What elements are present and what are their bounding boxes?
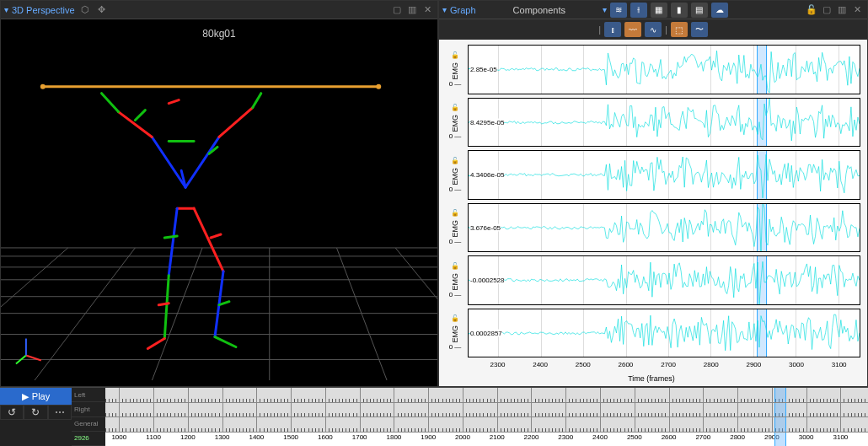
more-button[interactable]: ⋯ [48, 405, 72, 420]
emg-plot[interactable]: 3.676e-05 [468, 203, 860, 253]
ruler-tick: 3000 [799, 433, 814, 441]
ruler-tick: 1600 [318, 433, 333, 441]
emg-plot[interactable]: 8.4295e-05 [468, 98, 860, 148]
svg-point-16 [376, 84, 381, 89]
divider-icon: | [598, 24, 601, 35]
tool-btn-5[interactable]: ▤ [691, 3, 708, 18]
maximize-icon[interactable]: ▢ [820, 3, 833, 17]
timeline-cursor[interactable] [774, 417, 786, 432]
timeline-cursor[interactable] [774, 388, 786, 402]
tool-btn-1[interactable]: ≋ [610, 3, 627, 18]
svg-line-29 [194, 208, 223, 271]
graph-tool-1[interactable]: ⫾ [604, 22, 621, 37]
collapse-icon[interactable]: ▾ [442, 5, 447, 14]
emg-channel-label: EMG [451, 220, 459, 238]
components-dropdown[interactable]: Components [513, 5, 565, 15]
close-icon[interactable]: ✕ [421, 3, 434, 17]
maximize-icon[interactable]: ▢ [390, 3, 404, 17]
emg-plot[interactable]: -0.0002528 [468, 255, 860, 305]
ruler-tick: 1700 [352, 433, 367, 441]
graph-tool-4[interactable]: ⬚ [671, 22, 688, 37]
ruler-tick: 2800 [730, 433, 745, 441]
emg-channel-row: 🔓EMG0 —2.85e-05 [442, 43, 860, 96]
ruler-tick: 2400 [592, 433, 608, 441]
ruler-tick: 1500 [283, 433, 298, 441]
graph-tool-3[interactable]: ∿ [645, 22, 662, 37]
loop-back-button[interactable]: ↺ [0, 405, 24, 420]
lock-icon[interactable]: 🔓 [805, 3, 818, 17]
side-label-right[interactable]: Right [72, 402, 105, 416]
ruler-tick: 1000 [111, 433, 126, 441]
lock-icon[interactable]: 🔓 [451, 51, 459, 59]
svg-point-15 [40, 84, 46, 89]
lock-icon[interactable]: 🔓 [451, 314, 459, 322]
emg-channel-label: EMG [451, 168, 459, 185]
timeline-area[interactable]: 1000110012001300140015001600170018001900… [105, 388, 868, 446]
tool-btn-4[interactable]: ▮ [671, 3, 688, 18]
graph-tool-2[interactable]: 〰 [624, 22, 641, 37]
emg-channel-row: 🔓EMG0 —-0.0002528 [442, 254, 860, 307]
lock-icon[interactable]: 🔓 [451, 209, 459, 217]
orbit-tool-icon[interactable]: ⬡ [78, 3, 92, 17]
emg-channel-label: EMG [451, 273, 459, 291]
x-axis-label: Time (frames) [628, 374, 675, 383]
x-tick-label: 2400 [533, 361, 548, 368]
side-label-general[interactable]: General [72, 417, 105, 432]
ruler-tick: 3100 [833, 433, 848, 441]
3d-panel-header: ▾ 3D Perspective ⬡ ✥ ▢ ▥ ✕ [1, 1, 437, 19]
tool-btn-3[interactable]: ▦ [651, 3, 667, 18]
x-tick-label: 2600 [619, 361, 634, 368]
emg-plot[interactable]: 2.85e-05 [468, 45, 860, 94]
emg-y-value: 4.3406e-05 [470, 171, 504, 179]
ruler-tick: 2600 [662, 433, 677, 441]
lock-icon[interactable]: 🔓 [451, 262, 459, 270]
svg-line-12 [336, 248, 387, 380]
emg-channel-row: 🔓EMG0 —8.4295e-05 [442, 96, 860, 149]
timeline-cursor[interactable] [774, 403, 786, 417]
3d-perspective-panel: ▾ 3D Perspective ⬡ ✥ ▢ ▥ ✕ 80kg01 [0, 0, 438, 387]
emg-plot[interactable]: 4.3406e-05 [468, 150, 860, 200]
svg-line-20 [185, 137, 219, 187]
side-label-left[interactable]: Left [72, 388, 105, 402]
emg-plot[interactable]: 0.0002857 [468, 309, 860, 358]
emg-y-value: 3.676e-05 [470, 223, 501, 231]
graph-tool-5[interactable]: 〜 [691, 22, 708, 37]
svg-line-22 [253, 94, 261, 108]
timeline-ruler[interactable]: 1000110012001300140015001600170018001900… [105, 433, 868, 446]
lock-icon[interactable]: 🔓 [451, 104, 459, 111]
emg-y-value: -0.0002528 [470, 277, 504, 284]
emg-channel-label: EMG [451, 325, 459, 343]
timeline-track-right[interactable] [105, 403, 868, 418]
emg-y-value: 0.0002857 [470, 329, 502, 336]
current-frame-display: 2926 [72, 432, 105, 446]
graph-toolbar: | ⫾ 〰 ∿ | ⬚ 〜 [439, 19, 867, 40]
loop-fwd-button[interactable]: ↻ [24, 405, 47, 420]
emg-y-value: 8.4295e-05 [470, 118, 504, 126]
x-tick-label: 2700 [661, 361, 676, 368]
svg-line-9 [35, 248, 136, 380]
svg-line-17 [152, 137, 185, 187]
ruler-tick: 1800 [387, 433, 402, 441]
timeline-track-general[interactable] [105, 417, 868, 433]
play-button[interactable]: ▶ Play [0, 388, 72, 405]
ruler-tick: 1400 [249, 433, 264, 441]
tool-btn-6[interactable]: ☁ [711, 3, 728, 18]
chevron-down-icon[interactable]: ▾ [603, 5, 607, 14]
move-tool-icon[interactable]: ✥ [95, 3, 109, 17]
lock-icon[interactable]: 🔓 [451, 157, 459, 164]
svg-line-10 [152, 248, 202, 380]
emg-channel-row: 🔓EMG0 —0.0002857 [442, 307, 860, 360]
collapse-icon[interactable]: ▾ [4, 5, 8, 14]
tool-btn-2[interactable]: ⫲ [630, 3, 647, 18]
close-icon[interactable]: ✕ [850, 3, 864, 17]
x-tick-label: 2300 [490, 361, 506, 368]
split-icon[interactable]: ▥ [405, 3, 419, 17]
svg-line-8 [1, 248, 68, 380]
timeline-track-left[interactable] [105, 388, 868, 403]
split-icon[interactable]: ▥ [835, 3, 849, 17]
3d-viewport[interactable]: 80kg01 [1, 19, 437, 386]
graph-panel-title: Graph [450, 5, 476, 15]
ruler-tick: 2000 [455, 433, 470, 441]
svg-line-13 [395, 248, 437, 380]
emg-y-value: 2.85e-05 [470, 66, 497, 73]
